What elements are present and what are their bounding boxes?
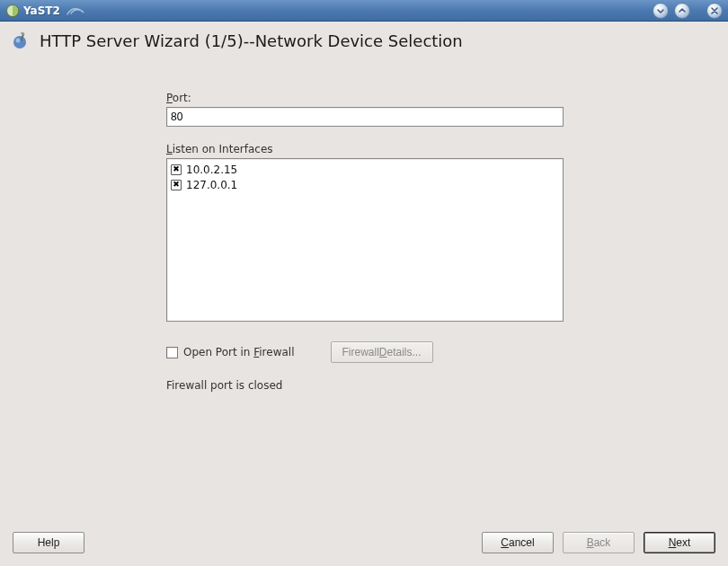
help-button[interactable]: Help bbox=[13, 532, 84, 553]
firewall-details-button[interactable]: Firewall Details... bbox=[331, 341, 433, 363]
maximize-button[interactable] bbox=[674, 3, 690, 19]
page-title: HTTP Server Wizard (1/5)--Network Device… bbox=[40, 31, 463, 50]
close-button[interactable] bbox=[706, 3, 723, 19]
distro-swirl-icon bbox=[66, 4, 89, 18]
main-content: Port: Listen on Interfaces 10.0.2.15127.… bbox=[166, 92, 564, 392]
port-label: Port: bbox=[166, 92, 564, 104]
firewall-status-text: Firewall port is closed bbox=[166, 379, 564, 392]
port-input[interactable] bbox=[166, 107, 564, 127]
list-item[interactable]: 127.0.0.1 bbox=[171, 177, 559, 192]
interface-label: 10.0.2.15 bbox=[186, 164, 237, 176]
interfaces-label: Listen on Interfaces bbox=[166, 143, 564, 155]
wizard-icon bbox=[11, 31, 31, 50]
firewall-row: Open Port in Firewall Firewall Details..… bbox=[166, 341, 564, 363]
next-button[interactable]: Next bbox=[644, 532, 715, 553]
open-port-firewall-label: Open Port in Firewall bbox=[183, 346, 295, 358]
window-title: YaST2 bbox=[23, 4, 60, 17]
title-bar: YaST2 bbox=[0, 0, 728, 22]
page-header: HTTP Server Wizard (1/5)--Network Device… bbox=[0, 22, 728, 56]
footer: Help Cancel Back Next bbox=[0, 521, 728, 566]
cancel-button[interactable]: Cancel bbox=[482, 532, 554, 553]
interface-label: 127.0.0.1 bbox=[186, 179, 237, 191]
list-item[interactable]: 10.0.2.15 bbox=[171, 162, 559, 177]
svg-point-2 bbox=[16, 39, 21, 43]
interface-checkbox[interactable] bbox=[171, 180, 182, 190]
shade-button[interactable] bbox=[653, 3, 669, 19]
checkbox-box bbox=[166, 347, 178, 358]
back-button[interactable]: Back bbox=[563, 532, 635, 553]
svg-point-1 bbox=[13, 36, 26, 49]
interface-checkbox[interactable] bbox=[171, 164, 182, 175]
app-icon bbox=[5, 4, 20, 18]
window-body: HTTP Server Wizard (1/5)--Network Device… bbox=[0, 22, 728, 566]
open-port-firewall-checkbox[interactable]: Open Port in Firewall bbox=[166, 346, 295, 358]
interfaces-listbox[interactable]: 10.0.2.15127.0.0.1 bbox=[166, 158, 564, 322]
